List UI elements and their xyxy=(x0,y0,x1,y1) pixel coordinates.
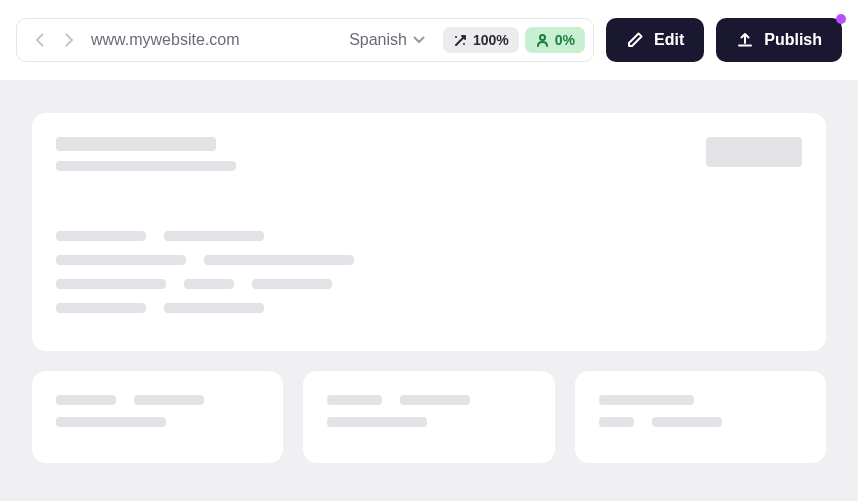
skeleton-line xyxy=(327,395,382,405)
pencil-icon xyxy=(626,31,644,49)
skeleton-row xyxy=(327,417,530,427)
upload-icon xyxy=(736,31,754,49)
skeleton-line xyxy=(56,303,146,313)
skeleton-row xyxy=(56,395,259,405)
cards-row xyxy=(32,371,826,463)
skeleton-line xyxy=(56,137,216,151)
language-picker[interactable]: Spanish xyxy=(335,31,439,49)
small-card xyxy=(32,371,283,463)
content-area xyxy=(0,81,858,501)
skeleton-line xyxy=(56,161,236,171)
notification-dot xyxy=(836,14,846,24)
skeleton-line xyxy=(599,395,694,405)
skeleton-row xyxy=(56,231,802,241)
review-progress-value: 0% xyxy=(555,32,575,48)
skeleton-row xyxy=(56,255,802,265)
skeleton-line xyxy=(599,417,634,427)
svg-point-1 xyxy=(463,43,465,45)
nav-arrows xyxy=(17,28,91,52)
url-text[interactable]: www.mywebsite.com xyxy=(91,31,255,49)
svg-point-2 xyxy=(540,35,545,40)
skeleton-line xyxy=(164,231,264,241)
edit-button[interactable]: Edit xyxy=(606,18,704,62)
skeleton-heading xyxy=(56,137,236,171)
svg-point-0 xyxy=(455,36,457,38)
skeleton-row xyxy=(327,395,530,405)
person-icon xyxy=(535,33,550,48)
skeleton-line xyxy=(56,417,166,427)
nav-forward-button[interactable] xyxy=(57,28,81,52)
skeleton-line xyxy=(164,303,264,313)
skeleton-line xyxy=(400,395,470,405)
translation-progress-badge[interactable]: 100% xyxy=(443,27,519,53)
small-card xyxy=(575,371,826,463)
nav-back-button[interactable] xyxy=(27,28,51,52)
skeleton-line xyxy=(56,255,186,265)
chevron-down-icon xyxy=(413,36,425,44)
status-badges: 100% 0% xyxy=(439,27,593,53)
skeleton-line xyxy=(134,395,204,405)
skeleton-line xyxy=(252,279,332,289)
skeleton-row xyxy=(56,279,802,289)
skeleton-line xyxy=(652,417,722,427)
skeleton-line xyxy=(56,395,116,405)
skeleton-line xyxy=(184,279,234,289)
small-card xyxy=(303,371,554,463)
edit-button-label: Edit xyxy=(654,31,684,49)
skeleton-line xyxy=(56,231,146,241)
topbar: www.mywebsite.com Spanish 100% xyxy=(0,0,858,81)
language-label: Spanish xyxy=(349,31,407,49)
translation-progress-value: 100% xyxy=(473,32,509,48)
skeleton-line xyxy=(204,255,354,265)
chevron-right-icon xyxy=(65,33,74,47)
url-bar: www.mywebsite.com Spanish 100% xyxy=(16,18,594,62)
skeleton-line xyxy=(56,279,166,289)
card-header xyxy=(56,137,802,171)
chevron-left-icon xyxy=(35,33,44,47)
main-card xyxy=(32,113,826,351)
review-progress-badge[interactable]: 0% xyxy=(525,27,585,53)
publish-button-label: Publish xyxy=(764,31,822,49)
skeleton-row xyxy=(599,395,802,405)
skeleton-button xyxy=(706,137,802,167)
publish-button[interactable]: Publish xyxy=(716,18,842,62)
skeleton-row xyxy=(599,417,802,427)
wand-icon xyxy=(453,33,468,48)
skeleton-line xyxy=(327,417,427,427)
skeleton-row xyxy=(56,417,259,427)
skeleton-row xyxy=(56,303,802,313)
